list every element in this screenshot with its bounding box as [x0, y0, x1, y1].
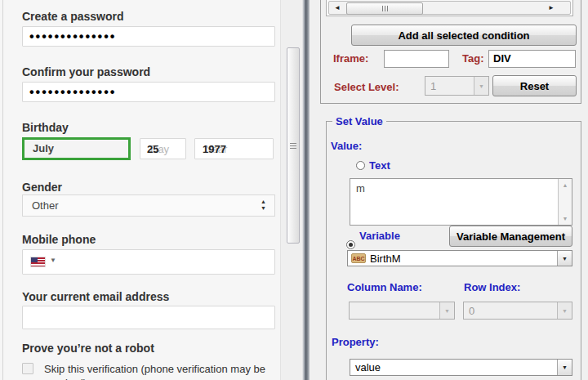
- gender-select[interactable]: Other ▲▼: [22, 194, 275, 217]
- iframe-label: Iframe:: [333, 52, 368, 65]
- day-value: 25: [147, 143, 158, 155]
- variable-radio-label[interactable]: Variable: [359, 230, 400, 242]
- vertical-scrollbar-thumb[interactable]: [287, 47, 300, 244]
- scroll-down-icon[interactable]: ▼: [559, 216, 572, 221]
- mobile-phone-input[interactable]: ▼: [22, 249, 275, 275]
- property-combo[interactable]: value ▼: [350, 359, 572, 376]
- skip-verification-text: Skip this verification (phone verificati…: [44, 362, 279, 380]
- tag-label: Tag:: [462, 52, 483, 65]
- row-index-value: 0: [469, 302, 474, 319]
- variable-management-button[interactable]: Variable Management: [449, 226, 572, 247]
- us-flag-icon[interactable]: [31, 257, 45, 266]
- panel-splitter[interactable]: [302, 0, 310, 380]
- password-label: Create a password: [22, 10, 124, 23]
- reset-button[interactable]: Reset: [492, 75, 577, 96]
- set-value-title: Set Value: [332, 115, 386, 127]
- textarea-value: m: [356, 182, 365, 194]
- tag-input[interactable]: DIV: [488, 50, 576, 68]
- text-radio[interactable]: [356, 161, 365, 170]
- property-value: value: [355, 360, 381, 375]
- birthday-year-input[interactable]: Year 1977: [194, 138, 274, 159]
- birthday-day-input[interactable]: Day 25: [140, 138, 186, 159]
- select-level-combo: 1 ▼: [425, 76, 489, 96]
- confirm-password-input[interactable]: ••••••••••••••: [22, 82, 275, 102]
- row-index-caret-icon: ▼: [557, 302, 572, 319]
- birthday-label: Birthday: [22, 121, 69, 134]
- select-level-caret-icon: ▼: [474, 77, 488, 95]
- variable-value: BirthM: [370, 251, 401, 266]
- birthday-month-select[interactable]: July: [22, 137, 131, 160]
- scroll-up-icon[interactable]: ▲: [559, 182, 572, 188]
- scroll-right-icon[interactable]: ►: [548, 3, 555, 12]
- app-window: Create a password •••••••••••••• Confirm…: [0, 0, 588, 380]
- gender-label: Gender: [22, 181, 62, 194]
- password-input[interactable]: ••••••••••••••: [22, 26, 275, 47]
- variable-radio[interactable]: [346, 240, 355, 249]
- abc-variable-icon: ABC: [351, 253, 366, 263]
- horizontal-scrollbar-track[interactable]: ◄ ►: [328, 1, 571, 15]
- confirm-password-label: Confirm your password: [22, 65, 150, 78]
- skip-verification-checkbox[interactable]: [22, 363, 33, 374]
- email-label: Your current email address: [22, 290, 169, 303]
- scrollbar-grip-icon: [290, 143, 296, 149]
- horizontal-scrollbar-thumb[interactable]: [346, 2, 423, 15]
- signup-form-panel: Create a password •••••••••••••• Confirm…: [0, 0, 279, 380]
- iframe-input[interactable]: [384, 50, 449, 68]
- value-textarea[interactable]: m ▲ ▼: [350, 178, 572, 226]
- column-name-label: Column Name:: [347, 281, 422, 293]
- column-name-combo: ▼: [349, 302, 455, 320]
- column-name-caret-icon: ▼: [439, 302, 454, 319]
- textarea-scrollbar[interactable]: ▲ ▼: [558, 179, 572, 225]
- flag-caret-icon[interactable]: ▼: [50, 257, 56, 264]
- variable-combo-caret-icon[interactable]: ▼: [557, 251, 572, 266]
- text-radio-label[interactable]: Text: [369, 159, 390, 172]
- row-index-label: Row Index:: [464, 281, 520, 293]
- value-label: Value:: [331, 140, 362, 152]
- add-all-selected-condition-button[interactable]: Add all selected condition: [351, 25, 577, 46]
- robot-label: Prove you’re not a robot: [22, 342, 154, 355]
- mobile-phone-label: Mobile phone: [22, 233, 96, 246]
- row-index-combo: 0 ▼: [463, 302, 572, 320]
- year-value: 1977: [203, 143, 226, 155]
- property-label: Property:: [332, 336, 379, 348]
- scroll-left-icon[interactable]: ◄: [334, 3, 341, 12]
- select-level-value: 1: [430, 77, 436, 95]
- gender-value: Other: [32, 199, 59, 212]
- email-input[interactable]: [22, 306, 275, 329]
- variable-combo[interactable]: ABC BirthM ▼: [347, 250, 572, 266]
- select-level-label: Select Level:: [334, 81, 399, 93]
- window-left-edge: [2, 0, 3, 380]
- select-spinner-icon: ▲▼: [261, 199, 266, 212]
- property-caret-icon[interactable]: ▼: [557, 360, 572, 375]
